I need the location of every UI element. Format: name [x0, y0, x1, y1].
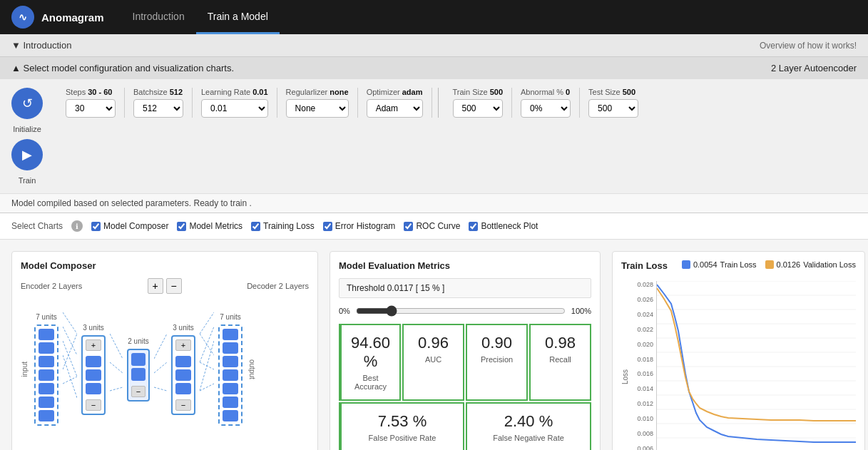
chart-checkbox-model-composer[interactable]: Model Composer: [91, 221, 168, 231]
layer-3-dec-add[interactable]: +: [175, 339, 191, 351]
top-navigation: ∿ Anomagram Introduction Train a Model: [0, 0, 868, 34]
layer-3-enc-remove[interactable]: −: [86, 399, 101, 411]
composer-title: Model Composer: [21, 260, 309, 271]
svg-line-9: [154, 334, 167, 359]
layer-3-units-enc: 3 units + −: [81, 324, 106, 415]
chart-container: Loss 0.028 0.026 0.024 0.022 0.020 0.018…: [621, 281, 856, 450]
status-message: Model compiled based on selected paramet…: [0, 193, 868, 213]
layer-3-dec-remove[interactable]: −: [175, 399, 191, 411]
chart-checkbox-model-metrics[interactable]: Model Metrics: [177, 221, 242, 231]
abnormal-select[interactable]: 0%10%20%: [521, 99, 571, 118]
fpr-value: 7.53 %: [349, 412, 456, 431]
encoder-remove-button[interactable]: −: [166, 278, 182, 294]
output-label: output: [248, 359, 256, 379]
encoder-label: Encoder 2 Layers: [21, 282, 82, 290]
config-section: ▲ Select model configuration and visuali…: [0, 57, 868, 213]
logo-icon: ∿: [11, 6, 34, 29]
train-label: Train: [19, 176, 36, 185]
chart-inner: 0.028 0.026 0.024 0.022 0.020 0.018 0.01…: [630, 281, 856, 450]
encoder-add-button[interactable]: +: [148, 278, 163, 294]
svg-line-4: [63, 334, 77, 369]
precision-value: 0.90: [474, 334, 519, 352]
svg-line-7: [110, 362, 123, 373]
train-size-param-group: Train Size 500 5001000: [444, 88, 513, 118]
connections-4: [200, 305, 214, 434]
app-name: Anomagram: [41, 11, 104, 24]
svg-line-17: [200, 384, 214, 391]
charts-select-label: Select Charts: [11, 221, 63, 231]
decoder-label: Decoder 2 Layers: [247, 282, 309, 290]
layer-7-units-1: 7 units: [34, 313, 58, 426]
intro-section-header[interactable]: ▼ Introduction Overview of how it works!: [0, 34, 868, 57]
chart-checkbox-training-loss[interactable]: Training Loss: [251, 221, 315, 231]
fnr-label: False Negative Rate: [474, 434, 583, 442]
layer-3-enc-add[interactable]: +: [86, 339, 101, 351]
connections-1: [63, 305, 77, 434]
loss-legend: 0.0054 Train Loss 0.0126 Validation Loss: [682, 260, 856, 269]
auc-cell: 0.96 AUC: [402, 324, 464, 401]
abnormal-param-group: Abnormal % 0 0%10%20%: [512, 88, 580, 118]
test-size-label: Test Size 500: [588, 88, 638, 96]
threshold-slider[interactable]: [356, 305, 566, 317]
svg-line-3: [63, 355, 77, 398]
chart-with-yaxis: 0.028 0.026 0.024 0.022 0.020 0.018 0.01…: [630, 281, 856, 450]
fnr-cell: 2.40 % False Negative Rate: [466, 402, 591, 450]
lr-label: Learning Rate 0.01: [201, 88, 268, 96]
svg-line-11: [154, 387, 167, 391]
recall-cell: 0.98 Recall: [529, 324, 591, 401]
slider-min-label: 0%: [339, 307, 350, 315]
threshold-row: Threshold 0.0117 [ 15 % ]: [339, 278, 591, 298]
chart-checkbox-bottleneck-plot[interactable]: Bottleneck Plot: [469, 221, 538, 231]
chart-checkbox-error-histogram[interactable]: Error Histogram: [323, 221, 396, 231]
layer-7-units-2: 7 units: [218, 313, 242, 426]
optimizer-param-group: Optimizer adam AdamSGD: [358, 88, 432, 118]
layer-2-units-label: 2 units: [128, 337, 148, 345]
y-axis-labels: 0.028 0.026 0.024 0.022 0.020 0.018 0.01…: [630, 281, 656, 450]
train-loss-legend: 0.0054 Train Loss: [682, 260, 757, 269]
steps-select[interactable]: 3060: [66, 99, 116, 118]
metrics-row-1: 94.60 % Best Accuracy 0.96 AUC 0.90 Prec…: [339, 324, 591, 401]
train-loss-legend-value: 0.0054: [693, 260, 718, 269]
charts-select-row: Select Charts ℹ Model Composer Model Met…: [0, 213, 868, 240]
val-loss-legend-value: 0.0126: [777, 260, 801, 269]
slider-row: 0% 100%: [339, 305, 591, 317]
steps-param-group: Steps 30 - 60 3060: [57, 88, 125, 118]
y-axis-label: Loss: [621, 281, 629, 450]
action-buttons: ↺ Initialize ▶ Train: [11, 88, 43, 185]
regularizer-label: Regularlizer none: [286, 88, 349, 96]
test-size-param-group: Test Size 500 5001000: [580, 88, 647, 118]
main-content: Model Composer Encoder 2 Layers + − Deco…: [0, 240, 868, 450]
config-body: ↺ Initialize ▶ Train Steps 30 - 60 3060 …: [0, 79, 868, 193]
auc-label: AUC: [411, 355, 456, 364]
input-label: input: [21, 362, 29, 377]
fnr-value: 2.40 %: [474, 412, 583, 431]
accuracy-cell: 94.60 % Best Accuracy: [339, 324, 401, 401]
accuracy-label: Best Accuracy: [349, 374, 392, 391]
svg-line-2: [63, 341, 77, 377]
batchsize-select[interactable]: 512256: [133, 99, 183, 118]
param-grid: Steps 30 - 60 3060 Batchsize 512 512256 …: [57, 88, 857, 118]
svg-line-6: [110, 334, 123, 359]
regularizer-select[interactable]: NoneL1L2: [286, 99, 349, 118]
nav-tab-introduction[interactable]: Introduction: [121, 0, 196, 34]
lr-param-group: Learning Rate 0.01 0.010.001: [193, 88, 277, 118]
optimizer-label: Optimizer adam: [367, 88, 423, 96]
initialize-button[interactable]: ↺: [11, 88, 43, 119]
nav-tab-train-model[interactable]: Train a Model: [196, 0, 280, 34]
chart-checkbox-roc-curve[interactable]: ROC Curve: [404, 221, 460, 231]
train-button[interactable]: ▶: [11, 139, 43, 170]
test-size-select[interactable]: 5001000: [588, 99, 638, 118]
logo-area: ∿ Anomagram: [11, 6, 104, 29]
layer-2-remove[interactable]: −: [131, 386, 145, 397]
loss-chart-svg: [656, 281, 856, 450]
accuracy-value: 94.60 %: [349, 334, 392, 371]
train-size-select[interactable]: 5001000: [453, 99, 504, 118]
layer-3-units-dec: 3 units + −: [171, 324, 195, 415]
lr-select[interactable]: 0.010.001: [201, 99, 268, 118]
layer-3-units-dec-label: 3 units: [173, 324, 193, 332]
layer-7-units-1-label: 7 units: [36, 313, 56, 321]
connections-3: [154, 305, 167, 434]
config-header[interactable]: ▲ Select model configuration and visuali…: [0, 57, 868, 79]
optimizer-select[interactable]: AdamSGD: [367, 99, 423, 118]
precision-label: Precision: [474, 355, 519, 364]
